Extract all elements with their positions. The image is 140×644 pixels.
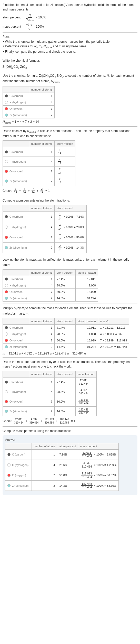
cell-value: 4 <box>29 387 55 397</box>
element-label: H (hydrogen) <box>9 101 26 104</box>
divide-text: Divide each Ni by Natoms to calculate at… <box>3 129 137 139</box>
element-label: H (hydrogen) <box>9 284 26 287</box>
cell-value: 4 <box>29 99 55 106</box>
cell-value: 12.011 <box>75 324 98 331</box>
element-label: C (carbon) <box>9 381 23 384</box>
element-label: H (hydrogen) <box>12 463 28 467</box>
element-swatch-icon <box>5 326 8 329</box>
element-label: H (hydrogen) <box>9 332 26 336</box>
element-label: C (carbon) <box>9 215 23 218</box>
element-label: C (carbon) <box>9 94 23 97</box>
cell-value: 7.14% <box>55 276 75 282</box>
cell-fraction: 111.993310.484 <box>75 397 96 406</box>
element-swatch-icon <box>5 410 8 413</box>
table-row: H (hydrogen)428.6%1.008 <box>3 282 98 288</box>
element-swatch-icon <box>5 284 8 287</box>
element-label: H (hydrogen) <box>9 390 26 393</box>
divider <box>3 56 137 56</box>
element-swatch-icon <box>5 101 8 104</box>
element-swatch-icon <box>5 297 8 300</box>
cell-value: 28.6% <box>55 387 75 397</box>
cell-value: 7.14% <box>55 324 75 331</box>
col-ap: atom percent <box>57 443 78 449</box>
table-row: H (hydrogen)4 <box>3 99 55 106</box>
natoms-equation: Natoms = 1 + 4 + 7 + 2 = 14 <box>3 120 137 124</box>
table-row: O (oxygen)7714 × 100% = 50.0% <box>3 232 87 242</box>
element-label: O (oxygen) <box>9 170 23 173</box>
element-label: C (carbon) <box>9 277 23 281</box>
table-row: Zr (zirconium)214.3%91.224 <box>3 295 98 301</box>
cell-value: 28.6% <box>57 460 78 470</box>
cell-value: 1 <box>29 93 55 99</box>
element-label: O (oxygen) <box>9 400 23 403</box>
element-swatch-icon <box>5 215 8 218</box>
cell-value: 1 <box>29 324 55 331</box>
col-ap: atom percent <box>55 318 75 324</box>
atom-percent-table: number of atomsatom percent C (carbon)11… <box>3 205 87 253</box>
element-label: Zr (zirconium) <box>9 410 27 413</box>
table-row: H (hydrogen)428.6%4.032310.484 × 100% = … <box>5 460 119 470</box>
answer-box: Answer: number of atomsatom percentmass … <box>3 435 137 495</box>
table-header: number of atoms <box>3 86 55 93</box>
fraction-icon: Ni Natoms <box>25 13 35 22</box>
element-label: H (hydrogen) <box>9 160 26 163</box>
table-row: C (carbon)1 <box>3 93 55 99</box>
divider <box>3 304 137 304</box>
cell-value: 14.3% <box>55 406 75 416</box>
col-noa: number of atoms <box>29 141 55 147</box>
multiply-text: Multiply Ni by mi to compute the mass fo… <box>3 306 137 316</box>
table-row: H (hydrogen)4414 × 100% = 28.6% <box>3 222 87 232</box>
cell-value: 7 <box>32 470 57 480</box>
col-noa: number of atoms <box>29 371 55 377</box>
cell-value: 2 <box>29 343 55 350</box>
cell-percent: 111.993310.484 × 100% = 36.07% <box>78 470 118 480</box>
fraction-icon: Nimi m <box>25 23 32 30</box>
plan-section: Plan: • Write the chemical formula and g… <box>3 35 137 54</box>
element-label: O (oxygen) <box>9 236 23 239</box>
times-hundred: × 100% <box>36 16 46 19</box>
col-am: atomic mass/u <box>75 269 98 276</box>
times-hundred: × 100% <box>33 25 44 28</box>
cell-fraction: 714 <box>55 166 75 176</box>
element-swatch-icon <box>5 400 8 403</box>
cell-value: 2 <box>29 242 55 253</box>
table-row: Zr (zirconium)214.3%182.448310.484 <box>3 406 97 416</box>
fractions-table: number of atomsatom fraction C (carbon)1… <box>3 140 75 186</box>
divider <box>3 196 137 196</box>
cell-fraction: 12.011310.484 <box>75 377 96 387</box>
cell-value: 4 × 1.008 = 4.032 <box>98 331 129 337</box>
cell-value: 91.224 <box>75 295 98 301</box>
cell-fraction: 214 <box>55 176 75 186</box>
cell-value: 50.0% <box>55 288 75 295</box>
atom-percent-formula: atom percent = Ni Natoms × 100% <box>3 13 137 22</box>
element-label: C (carbon) <box>9 150 23 153</box>
cell-value: 1 × 12.011 = 12.011 <box>98 324 129 331</box>
cell-percent: 414 × 100% = 28.6% <box>55 222 87 232</box>
cell-value: 7.14% <box>57 449 78 460</box>
check-equation: Check: 114 + 414 + 714 + 214 = 1 <box>3 187 137 194</box>
table-row: O (oxygen)750.0%15.999 <box>3 288 98 295</box>
cell-value: 12.011 <box>75 276 98 282</box>
cell-value: 14.3% <box>57 480 78 491</box>
table-row: C (carbon)1114 <box>3 147 75 157</box>
element-label: Zr (zirconium) <box>9 345 27 348</box>
cell-value: 2 <box>29 176 55 186</box>
element-label: O (oxygen) <box>9 290 23 293</box>
divider <box>3 426 137 427</box>
mass-fraction-table: number of atomsatom percentmass fraction… <box>3 371 97 416</box>
check-equation-2: Check: 12.011310.484 + 4.032310.484 + 11… <box>3 418 137 424</box>
element-label: O (oxygen) <box>9 339 23 342</box>
element-swatch-icon <box>5 339 8 342</box>
cell-value: 2 <box>32 480 57 491</box>
mass-calc-table: number of atomsatom percentatomic mass/u… <box>3 318 129 350</box>
col-noa: number of atoms <box>29 86 55 93</box>
element-swatch-icon <box>5 277 8 281</box>
table-row: H (hydrogen)428.6%4.032310.484 <box>3 387 97 397</box>
cell-value: 50.0% <box>55 337 75 343</box>
col-am: atomic mass/u <box>75 318 98 324</box>
element-swatch-icon <box>5 94 8 97</box>
cell-value: 1 <box>32 449 57 460</box>
cell-value: 7 <box>29 106 55 112</box>
cell-value: 4 <box>29 282 55 288</box>
table-row: C (carbon)17.14%12.0111 × 12.011 = 12.01… <box>3 324 129 331</box>
